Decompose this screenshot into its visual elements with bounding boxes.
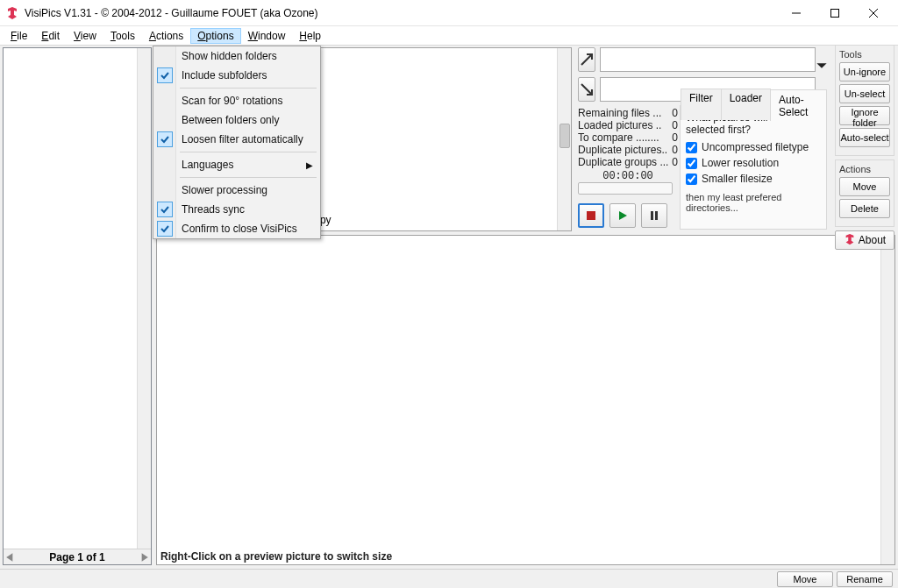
check-icon bbox=[157, 202, 173, 217]
check-icon bbox=[157, 131, 173, 147]
folder-tree-panel: Page 1 of 1 bbox=[3, 47, 152, 565]
check-smaller-filesize[interactable]: Smaller filesize bbox=[686, 173, 821, 185]
menu-edit[interactable]: Edit bbox=[34, 28, 67, 44]
autoselect-button[interactable]: Auto-select bbox=[839, 128, 890, 147]
minimize-button[interactable] bbox=[777, 1, 816, 25]
slot-a-dropdown[interactable] bbox=[816, 60, 828, 72]
pause-button[interactable] bbox=[641, 203, 667, 228]
opt-show-hidden[interactable]: Show hidden folders bbox=[153, 46, 320, 66]
fox-icon bbox=[844, 233, 856, 248]
preview-panel: Right-Click on a preview picture to swit… bbox=[156, 235, 895, 565]
close-button[interactable] bbox=[854, 1, 893, 25]
menu-actions[interactable]: Actions bbox=[142, 28, 190, 44]
check-icon bbox=[157, 67, 173, 83]
unselect-button[interactable]: Un-select bbox=[839, 84, 890, 103]
send-to-bottom-button[interactable] bbox=[578, 77, 595, 102]
svg-rect-3 bbox=[655, 211, 658, 220]
play-button[interactable] bbox=[609, 203, 636, 228]
menu-help[interactable]: Help bbox=[292, 28, 328, 44]
pager: Page 1 of 1 bbox=[4, 549, 151, 564]
opt-include-subfolders[interactable]: Include subfolders bbox=[153, 66, 320, 85]
ignore-folder-button[interactable]: Ignore folder bbox=[839, 106, 890, 125]
content-area: Show hidden folders Include subfolders S… bbox=[0, 46, 898, 569]
send-to-top-button[interactable] bbox=[578, 47, 595, 72]
about-button[interactable]: About bbox=[835, 230, 894, 250]
opt-scan-rotations[interactable]: Scan for 90° rotations bbox=[153, 91, 320, 110]
menu-window[interactable]: Window bbox=[241, 28, 293, 44]
autoselect-note: then my least prefered directories... bbox=[686, 192, 821, 213]
menu-options[interactable]: Options bbox=[190, 28, 240, 44]
prev-page-button[interactable] bbox=[5, 552, 16, 563]
delete-button[interactable]: Delete bbox=[839, 199, 890, 218]
next-page-button[interactable] bbox=[139, 552, 149, 563]
chevron-right-icon: ▶ bbox=[306, 160, 313, 170]
check-uncompressed[interactable]: Uncompressed filetype bbox=[686, 141, 821, 153]
window-title: VisiPics V1.31 - © 2004-2012 - Guillaume… bbox=[25, 7, 777, 19]
unignore-button[interactable]: Un-ignore bbox=[839, 62, 890, 81]
app-icon bbox=[5, 6, 19, 20]
opt-confirm-close[interactable]: Confirm to close VisiPics bbox=[153, 219, 320, 238]
tools-group-title: Tools bbox=[839, 49, 890, 60]
menu-bar: File Edit View Tools Actions Options Win… bbox=[0, 26, 898, 46]
tab-loader[interactable]: Loader bbox=[721, 89, 771, 120]
options-dropdown: Show hidden folders Include subfolders S… bbox=[153, 46, 321, 239]
status-rename-button[interactable]: Rename bbox=[837, 571, 893, 587]
tab-filter[interactable]: Filter bbox=[681, 89, 722, 120]
check-lower-resolution[interactable]: Lower resolution bbox=[686, 157, 821, 169]
opt-loosen-filter[interactable]: Loosen filter automatically bbox=[153, 130, 320, 149]
image-slot-a[interactable] bbox=[600, 47, 816, 72]
svg-rect-1 bbox=[587, 211, 595, 220]
menu-view[interactable]: View bbox=[67, 28, 103, 44]
elapsed-timer: 00:00:00 bbox=[578, 170, 678, 182]
preview-scrollbar[interactable] bbox=[880, 236, 894, 564]
menu-file[interactable]: File bbox=[4, 28, 34, 44]
stop-button[interactable] bbox=[578, 203, 604, 228]
menu-tools[interactable]: Tools bbox=[103, 28, 142, 44]
actions-group-title: Actions bbox=[839, 164, 890, 174]
opt-between-folders[interactable]: Between folders only bbox=[153, 110, 320, 130]
preview-hint: Right-Click on a preview picture to swit… bbox=[160, 550, 392, 563]
svg-rect-2 bbox=[651, 211, 653, 220]
opt-languages[interactable]: Languages▶ bbox=[153, 155, 320, 174]
tree-scrollbar[interactable] bbox=[137, 48, 151, 564]
status-bar: Move Rename bbox=[0, 569, 898, 588]
filelist-scrollbar[interactable] bbox=[557, 48, 571, 230]
settings-tab-panel: Filter Loader Auto-Select What pictures … bbox=[680, 105, 827, 230]
check-icon bbox=[157, 221, 173, 237]
maximize-button[interactable] bbox=[816, 1, 854, 25]
svg-rect-0 bbox=[831, 9, 839, 17]
opt-slower[interactable]: Slower processing bbox=[153, 181, 320, 200]
move-button[interactable]: Move bbox=[839, 177, 890, 196]
stats-block: Remaining files ...0 Loaded pictures ..0… bbox=[578, 107, 678, 182]
tab-autoselect[interactable]: Auto-Select bbox=[770, 89, 827, 121]
opt-threads-sync[interactable]: Threads sync bbox=[153, 200, 320, 219]
progress-bar bbox=[578, 182, 673, 195]
tools-panel: Tools Un-ignore Un-select Ignore folder … bbox=[835, 45, 894, 252]
status-move-button[interactable]: Move bbox=[777, 571, 833, 587]
title-bar: VisiPics V1.31 - © 2004-2012 - Guillaume… bbox=[0, 0, 898, 26]
pager-label: Page 1 of 1 bbox=[49, 551, 104, 563]
